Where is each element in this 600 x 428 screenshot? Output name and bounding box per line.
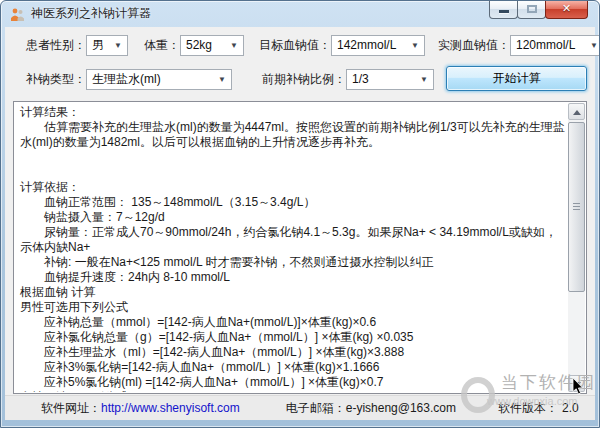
result-line: 钠盐摄入量：7～12g/d xyxy=(20,210,566,225)
scrollbar-thumb[interactable] xyxy=(568,122,585,292)
result-line xyxy=(20,150,566,165)
chevron-down-icon: ▼ xyxy=(411,41,419,50)
result-line: 根据血钠 计算 xyxy=(20,285,566,300)
gender-value: 男 xyxy=(92,37,104,54)
result-text: 计算结果： 估算需要补充的生理盐水(ml)的数量为4447ml。按照您设置的前期… xyxy=(15,105,566,392)
gender-label: 患者性别： xyxy=(26,37,86,54)
sodium-type-select[interactable]: 生理盐水(ml) ▼ xyxy=(86,69,232,90)
email-label: 电子邮箱： xyxy=(286,400,346,417)
result-line: 应补生理盐水（ml）=[142-病人血Na+（mmol/L）] ×体重(kg)×… xyxy=(20,345,566,360)
website-label: 软件网址： xyxy=(41,400,101,417)
maximize-icon xyxy=(527,5,537,13)
result-line: 血钠提升速度：24h内 8-10 mmol/L xyxy=(20,270,566,285)
result-textarea[interactable]: 计算结果： 估算需要补充的生理盐水(ml)的数量为4447ml。按照您设置的前期… xyxy=(13,101,587,394)
window-title: 神医系列之补钠计算器 xyxy=(31,1,151,27)
result-line: 尿钠量：正常成人70～90mmol/24h，约合氯化钠4.1～5.3g。如果尿N… xyxy=(20,225,566,255)
result-line: 计算结果： xyxy=(20,105,566,120)
chevron-down-icon: ▼ xyxy=(230,41,238,50)
target-sodium-label: 目标血钠值： xyxy=(259,37,331,54)
ratio-value: 1/3 xyxy=(352,72,369,86)
result-line: 应补钠总量（mmol）=[142-病人血Na+(mmol/L)]×体重(kg)×… xyxy=(20,315,566,330)
measured-sodium-select[interactable]: 120mmol/L ▼ xyxy=(510,35,600,56)
sodium-type-value: 生理盐水(ml) xyxy=(92,71,161,88)
minimize-button[interactable] xyxy=(489,1,518,19)
result-line: 女性可选用下列公式 xyxy=(20,390,566,392)
result-line: 应补5%氯化钠(ml) =[142-病人血Na+（mmol/L）] ×体重(kg… xyxy=(20,375,566,390)
chevron-down-icon: ▼ xyxy=(218,75,226,84)
close-icon: ✕ xyxy=(546,2,587,15)
measured-sodium-value: 120mmol/L xyxy=(516,38,575,52)
result-line: 计算依据： xyxy=(20,180,566,195)
app-window: 神医系列之补钠计算器 ✕ 患者性别： 男 ▼ 体重： 52kg ▼ 目标血钠值：… xyxy=(0,0,600,428)
form-row-2: 补钠类型： 生理盐水(ml) ▼ 前期补钠比例： 1/3 ▼ xyxy=(26,67,434,91)
calculate-button[interactable]: 开始计算 xyxy=(446,66,587,91)
arrow-up-icon xyxy=(573,110,581,115)
result-line: 应补3%氯化钠=[142-病人血Na+（mmol/L）] ×体重(kg)×1.1… xyxy=(20,360,566,375)
chevron-down-icon: ▼ xyxy=(114,41,122,50)
result-line xyxy=(20,165,566,180)
client-area: 患者性别： 男 ▼ 体重： 52kg ▼ 目标血钠值： 142mmol/L ▼ … xyxy=(5,27,595,420)
maximize-button[interactable] xyxy=(517,1,546,19)
thumb-grip-icon xyxy=(573,203,580,210)
title-bar[interactable]: 神医系列之补钠计算器 ✕ xyxy=(1,1,599,27)
chevron-down-icon: ▼ xyxy=(420,75,428,84)
scroll-up-button[interactable] xyxy=(568,103,585,120)
close-button[interactable]: ✕ xyxy=(545,1,588,19)
result-line: 血钠正常范围： 135～148mmol/L（3.15～3.4g/L） xyxy=(20,195,566,210)
caption-buttons: ✕ xyxy=(490,1,588,19)
gender-select[interactable]: 男 ▼ xyxy=(86,35,128,56)
result-line: 应补氯化钠总量（g）=[142-病人血Na+（mmol/L）] ×体重(kg) … xyxy=(20,330,566,345)
mouse-cursor-icon xyxy=(572,378,584,396)
ratio-label: 前期补钠比例： xyxy=(262,71,346,88)
email-value: e-yisheng@163.com xyxy=(346,401,456,415)
result-line: 男性可选用下列公式 xyxy=(20,300,566,315)
chevron-down-icon: ▼ xyxy=(590,41,598,50)
weight-value: 52kg xyxy=(186,38,212,52)
form-row-1: 患者性别： 男 ▼ 体重： 52kg ▼ 目标血钠值： 142mmol/L ▼ … xyxy=(26,34,600,56)
vertical-scrollbar[interactable] xyxy=(568,103,585,392)
version-label: 软件版本： xyxy=(498,400,558,417)
sodium-type-label: 补钠类型： xyxy=(26,71,86,88)
measured-sodium-label: 实测血钠值： xyxy=(438,37,510,54)
result-line: 补钠: 一般在Na+<125 mmol/L 时才需要补钠，不然则通过摄水控制以纠… xyxy=(20,255,566,270)
version-value: 2.0 xyxy=(562,401,579,415)
weight-select[interactable]: 52kg ▼ xyxy=(180,35,244,56)
target-sodium-select[interactable]: 142mmol/L ▼ xyxy=(331,35,425,56)
status-bar: 软件网址： http://www.shenyisoft.com 电子邮箱： e-… xyxy=(5,395,595,420)
result-line: 估算需要补充的生理盐水(ml)的数量为4447ml。按照您设置的前期补钠比例1/… xyxy=(20,120,566,150)
app-icon xyxy=(10,7,25,22)
ratio-select[interactable]: 1/3 ▼ xyxy=(346,69,434,90)
weight-label: 体重： xyxy=(144,37,180,54)
target-sodium-value: 142mmol/L xyxy=(337,38,396,52)
minimize-icon xyxy=(499,10,509,13)
website-link[interactable]: http://www.shenyisoft.com xyxy=(101,401,240,415)
